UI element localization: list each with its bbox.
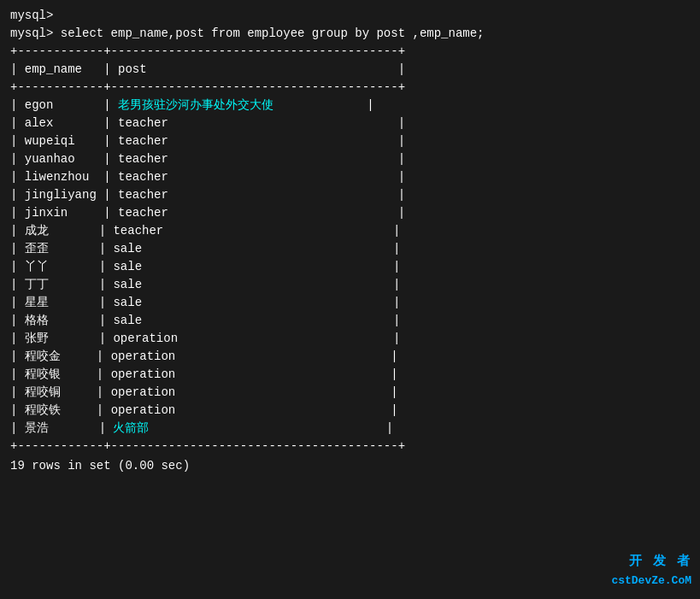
table-row: | liwenzhou | teacher |: [10, 168, 690, 186]
watermark-top: 开 发 者: [611, 552, 691, 573]
table-row: | 景浩 | 火箭部 |: [10, 420, 690, 438]
table-row: | 程咬铜 | operation |: [10, 384, 690, 402]
table-row: | wupeiqi | teacher |: [10, 132, 690, 150]
table-row: | yuanhao | teacher |: [10, 150, 690, 168]
result-info: 19 rows in set (0.00 sec): [10, 457, 690, 475]
terminal: mysql> mysql> select emp_name,post from …: [0, 0, 700, 599]
table-body: | egon | 老男孩驻沙河办事处外交大使 || alex | teacher…: [10, 97, 690, 438]
table-row: | egon | 老男孩驻沙河办事处外交大使 |: [10, 97, 690, 115]
table-separator-header: +------------+--------------------------…: [10, 79, 690, 97]
table-header: | emp_name | post |: [10, 61, 690, 79]
watermark-bottom: cstDevZe.CoM: [611, 573, 691, 590]
table-row: | 程咬铁 | operation |: [10, 402, 690, 420]
watermark: 开 发 者 cstDevZe.CoM: [611, 552, 691, 590]
table-row: | 张野 | operation |: [10, 330, 690, 348]
table-row: | 星星 | sale |: [10, 294, 690, 312]
table-row: | 程咬银 | operation |: [10, 366, 690, 384]
table-row: | alex | teacher |: [10, 115, 690, 132]
table-row: | 丫丫 | sale |: [10, 258, 690, 276]
table-row: | 歪歪 | sale |: [10, 240, 690, 258]
table-separator-top: +------------+--------------------------…: [10, 43, 690, 61]
table-separator-bottom: +------------+--------------------------…: [10, 438, 690, 455]
prompt-line-1: mysql>: [10, 7, 690, 25]
table-row: | jinxin | teacher |: [10, 204, 690, 222]
table-row: | 程咬金 | operation |: [10, 348, 690, 366]
table-row: | 格格 | sale |: [10, 312, 690, 330]
table-row: | 丁丁 | sale |: [10, 276, 690, 294]
table-row: | 成龙 | teacher |: [10, 222, 690, 240]
table-row: | jingliyang | teacher |: [10, 186, 690, 204]
sql-command: mysql> select emp_name,post from employe…: [10, 25, 690, 43]
